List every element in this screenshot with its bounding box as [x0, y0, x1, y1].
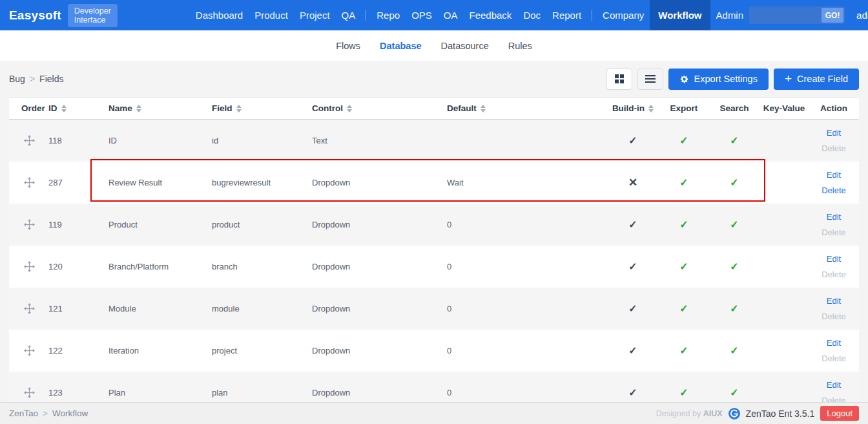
cell-name: Module — [103, 304, 207, 313]
cell-id: 118 — [45, 136, 103, 145]
cell-name: Branch/Platform — [103, 262, 207, 271]
cell-search: ✓ — [709, 134, 760, 147]
column-header-key-value: Key-Value — [760, 103, 809, 113]
column-header-build-in[interactable]: Build-in — [607, 103, 659, 113]
delete-link[interactable]: Delete — [822, 270, 846, 279]
cell-export: ✓ — [659, 387, 709, 399]
footer-brand[interactable]: ZenTao — [9, 408, 38, 418]
create-field-button[interactable]: + Create Field — [774, 69, 859, 90]
fields-table: OrderIDNameFieldControlDefaultBuild-inEx… — [9, 97, 859, 414]
brand-logo[interactable]: Easysoft — [9, 8, 61, 23]
nav-item-product[interactable]: Product — [249, 0, 294, 30]
footer-page: Workflow — [52, 408, 88, 418]
cell-search: ✓ — [709, 176, 760, 189]
sort-icon[interactable] — [347, 105, 352, 112]
column-header-label: Key-Value — [763, 103, 805, 113]
table-row-119: 119ProductproductDropdown0✓✓✓EditDelete — [9, 204, 859, 246]
nav-item-project[interactable]: Project — [294, 0, 336, 30]
export-settings-button[interactable]: Export Settings — [668, 69, 769, 90]
sort-icon[interactable] — [480, 105, 486, 112]
edit-link[interactable]: Edit — [827, 254, 841, 264]
drag-handle-icon[interactable] — [9, 219, 45, 230]
check-icon: ✓ — [628, 345, 637, 356]
subnav-item-datasource[interactable]: Datasource — [441, 41, 489, 51]
delete-link[interactable]: Delete — [822, 354, 846, 363]
cell-field: project — [207, 346, 309, 355]
edit-link[interactable]: Edit — [827, 296, 841, 306]
cell-default: 0 — [444, 304, 607, 313]
column-header-default[interactable]: Default — [444, 103, 607, 113]
main-menu: DashboardProductProjectQARepoOPSOAFeedba… — [190, 0, 749, 30]
edit-link[interactable]: Edit — [827, 338, 841, 348]
check-icon: ✓ — [679, 219, 688, 230]
cell-id: 121 — [45, 304, 103, 313]
user-menu[interactable]: admin — [856, 10, 868, 21]
nav-item-ops[interactable]: OPS — [406, 0, 438, 30]
drag-handle-icon[interactable] — [9, 177, 45, 188]
nav-item-company[interactable]: Company — [597, 0, 650, 30]
footer: ZenTao > Workflow Designed by AIUX ZenTa… — [0, 402, 868, 424]
search-go-button[interactable]: GO! — [822, 8, 843, 23]
x-icon: ✕ — [628, 176, 637, 189]
cell-field: id — [207, 136, 309, 145]
table-row-122: 122IterationprojectDropdown0✓✓✓EditDelet… — [9, 330, 859, 372]
grid-view-button[interactable] — [606, 69, 632, 90]
nav-divider — [592, 10, 592, 21]
nav-item-qa[interactable]: QA — [336, 0, 362, 30]
list-view-button[interactable] — [637, 69, 663, 90]
column-header-search: Search — [709, 103, 760, 113]
drag-handle-icon[interactable] — [9, 303, 45, 314]
column-header-field[interactable]: Field — [207, 103, 309, 113]
subnav-item-database[interactable]: Database — [380, 41, 421, 51]
delete-link[interactable]: Delete — [822, 312, 846, 321]
cell-field: product — [207, 220, 309, 229]
column-header-action: Action — [809, 103, 859, 113]
check-icon: ✓ — [679, 345, 688, 356]
drag-handle-icon[interactable] — [9, 387, 45, 398]
nav-item-workflow[interactable]: Workflow — [650, 0, 710, 30]
delete-link[interactable]: Delete — [822, 143, 846, 153]
nav-item-doc[interactable]: Doc — [517, 0, 546, 30]
cell-name: Review Result — [103, 178, 207, 187]
breadcrumb-module[interactable]: Bug — [9, 74, 25, 84]
check-icon: ✓ — [730, 219, 738, 230]
cell-id: 119 — [45, 220, 103, 229]
cell-name: Product — [103, 220, 207, 229]
column-header-name[interactable]: Name — [103, 103, 207, 113]
cell-export: ✓ — [659, 344, 709, 357]
drag-handle-icon[interactable] — [9, 135, 45, 146]
list-icon — [645, 75, 656, 83]
logout-button[interactable]: Logout — [820, 406, 859, 421]
create-field-label: Create Field — [797, 74, 848, 84]
sort-icon[interactable] — [648, 105, 654, 112]
cell-name: Iteration — [103, 346, 207, 355]
edit-link[interactable]: Edit — [827, 128, 841, 138]
edit-link[interactable]: Edit — [827, 212, 841, 222]
column-header-id[interactable]: ID — [45, 103, 103, 113]
subnav-item-rules[interactable]: Rules — [508, 41, 532, 51]
nav-item-oa[interactable]: OA — [438, 0, 464, 30]
subnav-item-flows[interactable]: Flows — [336, 41, 360, 51]
delete-link[interactable]: Delete — [822, 228, 846, 237]
cell-export: ✓ — [659, 134, 709, 147]
edit-link[interactable]: Edit — [827, 170, 841, 180]
nav-item-repo[interactable]: Repo — [371, 0, 406, 30]
drag-handle-icon[interactable] — [9, 345, 45, 356]
column-header-order: Order — [9, 103, 45, 113]
cell-control: Dropdown — [309, 178, 444, 187]
cell-export: ✓ — [659, 302, 709, 315]
delete-link[interactable]: Delete — [822, 186, 846, 195]
nav-item-feedback[interactable]: Feedback — [464, 0, 518, 30]
check-icon: ✓ — [730, 387, 738, 398]
nav-item-report[interactable]: Report — [546, 0, 587, 30]
drag-handle-icon[interactable] — [9, 261, 45, 272]
navbar-right: GO! admin — [749, 6, 868, 24]
column-header-control[interactable]: Control — [309, 103, 444, 113]
nav-item-admin[interactable]: Admin — [710, 0, 750, 30]
cell-export: ✓ — [659, 176, 709, 189]
nav-item-dashboard[interactable]: Dashboard — [190, 0, 249, 30]
sort-icon[interactable] — [136, 105, 141, 112]
sort-icon[interactable] — [61, 105, 67, 112]
edit-link[interactable]: Edit — [827, 380, 841, 390]
sort-icon[interactable] — [236, 105, 242, 112]
